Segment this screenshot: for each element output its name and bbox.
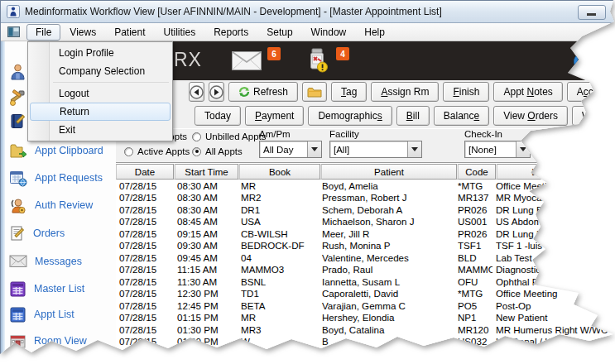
mail-badge: 6 — [267, 47, 281, 60]
torn-screenshot: Medinformatix Workflow View [User AFINNI… — [0, 0, 615, 364]
cell-start-time: 01:15 PM — [174, 312, 238, 323]
radio-unbilled-appts[interactable]: Unbilled Appts — [192, 132, 267, 141]
auth-review-icon — [9, 197, 27, 214]
menu-help[interactable]: Help — [355, 24, 394, 41]
table-row[interactable]: 07/28/1512:45 PMBETAVarajian, Gemma CPO5… — [116, 299, 615, 312]
today-button[interactable]: Today — [195, 106, 241, 126]
table-row[interactable]: 07/28/1512:30 PMTD1Caporaletti, David*MT… — [116, 288, 615, 300]
menu-file[interactable]: File — [26, 24, 60, 41]
column-header-date[interactable]: Date — [116, 164, 174, 180]
rx-bottle-icon[interactable] — [308, 48, 329, 73]
column-header-description[interactable]: Description — [497, 164, 614, 180]
table-row[interactable]: 07/28/1511:15 AMMAMMO3Prado, RaulMAMMODi… — [116, 264, 615, 276]
cell-date: 07/28/15 — [116, 288, 174, 299]
sidebar-item-tools[interactable] — [9, 88, 26, 108]
nav-back-button[interactable] — [189, 82, 204, 102]
file-menu-item-logout[interactable]: Logout — [30, 84, 171, 103]
cell-date: 07/28/15 — [116, 264, 174, 275]
rx-logo-text: RX — [174, 49, 202, 71]
table-row[interactable]: 07/28/1508:30 AMDR1Schem, Deborah APR026… — [116, 204, 615, 216]
sidebar-item-notebook[interactable] — [9, 111, 26, 131]
table-row[interactable]: 07/28/1501:30 PMWBUS032US Renal / Kidney — [116, 336, 615, 348]
chevron-down-icon[interactable] — [407, 141, 421, 157]
finish-button[interactable]: Finish — [443, 82, 489, 102]
system-menu-icon[interactable] — [7, 26, 20, 37]
table-row[interactable]: 07/28/1508:30 AMMRBoyd, Amelia*MTGOffice… — [116, 180, 615, 192]
sidebar-item-appt-list[interactable]: Appt List — [9, 304, 74, 324]
column-header-patient[interactable]: Patient — [321, 164, 457, 180]
file-menu-item-return[interactable]: Return — [30, 103, 171, 121]
chevron-down-icon[interactable] — [516, 141, 530, 157]
appt-list-icon — [9, 306, 26, 323]
cell-description: New Patient — [492, 312, 615, 323]
demographics-button[interactable]: Demographics — [308, 106, 392, 126]
file-menu-item-login-profile[interactable]: Login Profile — [30, 44, 171, 62]
bill-button[interactable]: Bill — [396, 106, 430, 126]
table-row[interactable]: 07/28/1508:30 AMMR2Pressman, Robert JMR1… — [116, 192, 615, 204]
payment-button[interactable]: Payment — [245, 106, 304, 126]
facility-dropdown[interactable]: [All] — [329, 141, 422, 158]
messages-icon — [9, 255, 27, 268]
table-row[interactable]: 07/28/1509:15 AMCB-WILSHMeer, Jill RPR02… — [116, 228, 615, 240]
table-row[interactable]: 07/28/1508:45 AMUSAMichaelson, Sharon JU… — [116, 216, 615, 228]
column-header-book[interactable]: Book — [239, 164, 320, 180]
sidebar-item-auth-review[interactable]: Auth Review — [9, 195, 93, 215]
menu-views[interactable]: Views — [60, 24, 105, 41]
tools-icon — [9, 89, 26, 107]
cell-code: PR026 — [454, 204, 492, 215]
cell-patient: Prado, Raul — [319, 264, 454, 275]
sidebar-item-appt-requests[interactable]: Appt Requests — [9, 168, 103, 188]
assign-rm-button[interactable]: Assign Rm — [371, 82, 439, 102]
cell-date: 07/28/15 — [116, 192, 174, 203]
sidebar-item-orders[interactable]: Orders — [9, 223, 65, 243]
sidebar-item-room-view[interactable]: Room View — [9, 331, 87, 351]
menu-window[interactable]: Window — [302, 24, 356, 41]
radio-all-appts[interactable]: All Appts — [192, 146, 243, 156]
file-menu-item-exit[interactable]: Exit — [30, 121, 171, 139]
table-row[interactable]: 07/28/1509:30 AMBEDROCK-DFRush, Monina P… — [116, 240, 615, 252]
radio-active-appts[interactable]: Active Appts — [124, 146, 190, 156]
file-menu-item-company-selection[interactable]: Company Selection — [30, 62, 171, 80]
balance-button[interactable]: Balance — [434, 106, 489, 126]
sidebar-item-master-list[interactable]: Master List — [9, 279, 84, 299]
view-orders-button[interactable]: View Orders — [493, 106, 568, 126]
table-row[interactable]: 07/28/1511:30 AMBSNLIannetta, Susam LOFU… — [116, 275, 615, 288]
walk-in-button[interactable]: Walk In — [572, 106, 615, 126]
am-pm-value: All Day — [260, 145, 307, 155]
cell-start-time: 08:30 AM — [174, 192, 238, 203]
appt-notes-button[interactable]: Appt Notes — [493, 82, 562, 102]
toolbar-row-2: TodayPaymentDemographicsBillBalanceView … — [116, 104, 615, 127]
cell-date: 07/28/15 — [116, 312, 174, 323]
radio-dot-unbilled-appts — [192, 132, 201, 141]
acct-notes-button[interactable]: Acct Notes — [567, 82, 615, 102]
sidebar-item-messages[interactable]: Messages — [9, 251, 82, 271]
table-row[interactable]: 07/28/1501:15 PMMRHershey, ElondiaNP1New… — [116, 312, 615, 324]
table-row[interactable]: 07/28/1501:30 PMMR3Boyd, CatalinaMR120MR… — [116, 323, 615, 336]
am-pm-dropdown[interactable]: All Day — [259, 141, 322, 158]
menu-patient[interactable]: Patient — [105, 24, 154, 41]
sidebar-item-appt-clipboard[interactable]: Appt Clipboard — [9, 141, 103, 160]
sidebar-item-patient[interactable] — [9, 61, 26, 81]
refresh-button[interactable]: Refresh — [228, 82, 298, 102]
menu-setup[interactable]: Setup — [257, 24, 301, 41]
column-header-start-time[interactable]: Start Time — [175, 164, 238, 180]
cell-patient: Rush, Monina P — [319, 240, 454, 251]
chevron-down-icon[interactable] — [307, 141, 321, 157]
appt-notes-label: Appt Notes — [503, 86, 552, 98]
tag-button[interactable]: Tag — [331, 82, 367, 102]
column-header-code[interactable]: Code — [458, 164, 496, 180]
cell-patient: B — [319, 336, 454, 347]
folder-button[interactable] — [302, 82, 327, 102]
appt-clipboard-icon — [9, 142, 27, 160]
menu-utilities[interactable]: Utilities — [155, 24, 205, 41]
title-bar: Medinformatix Workflow View [User AFINNI… — [1, 1, 615, 23]
menu-reports[interactable]: Reports — [204, 24, 257, 41]
table-row[interactable]: 07/28/1509:45 AM04Valentine, MercedesBLD… — [116, 251, 615, 264]
nav-forward-button[interactable] — [209, 82, 224, 102]
mail-icon[interactable] — [232, 51, 262, 70]
facility-label: Facility — [329, 129, 422, 139]
cell-book: BEDROCK-DF — [238, 240, 319, 251]
minimize-button[interactable] — [578, 5, 606, 20]
check-in-dropdown[interactable]: [None] — [464, 141, 531, 158]
cell-start-time: 12:30 PM — [174, 288, 238, 299]
